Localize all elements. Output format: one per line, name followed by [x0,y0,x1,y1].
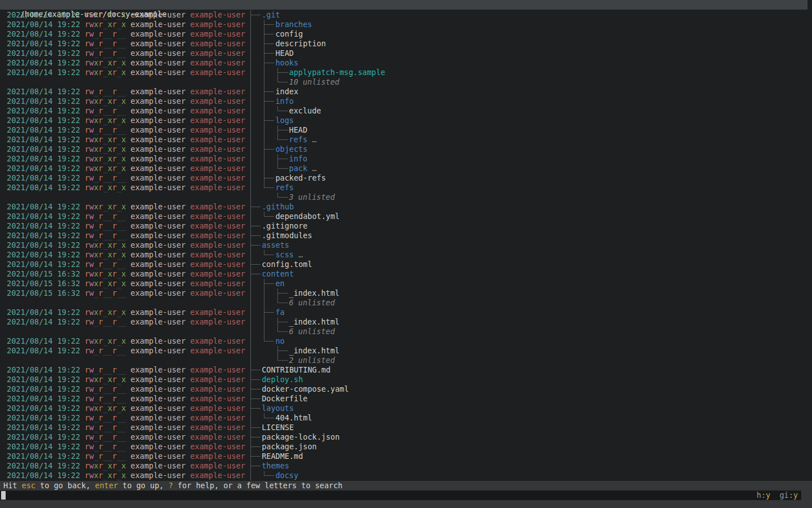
tree-row[interactable]: 2021/08/14 19:22 rwxr_xr_x example-user … [0,375,812,384]
dir-name[interactable]: scss [275,250,294,259]
tree-row[interactable]: 2021/08/14 19:22 rwxr_xr_x example-user … [0,308,812,317]
tree-guide [262,356,275,365]
tree-row[interactable]: 2021/08/14 19:22 rw_r__r__ example-user … [0,29,812,39]
file-name[interactable]: package.json [262,442,317,451]
unlisted-count[interactable]: 6 unlisted [289,327,335,336]
file-name[interactable]: .gitmodules [262,231,312,240]
tree-row[interactable]: 2021/08/14 19:22 rwxr_xr_x example-user … [0,404,812,413]
tree-row[interactable]: 2021/08/14 19:22 rwxr_xr_x example-user … [0,336,812,346]
dir-name[interactable]: refs [289,135,308,144]
file-name[interactable]: docker-compose.yaml [262,384,348,393]
tree-row[interactable]: 2021/08/14 19:22 rw_r__r__ example-user … [0,231,812,240]
dir-name[interactable]: layouts [262,404,294,413]
dir-name[interactable]: en [275,279,284,288]
file-name[interactable]: CONTRIBUTING.md [262,365,330,374]
dir-name[interactable]: refs [275,183,294,192]
tree-row[interactable]: 2021/08/14 19:22 rw_r__r__ example-user … [0,423,812,432]
dir-name[interactable]: logs [275,116,294,125]
file-name[interactable]: config [275,29,303,38]
file-name[interactable]: README.md [262,452,303,461]
file-name[interactable]: config.toml [262,260,312,269]
file-name[interactable]: description [275,39,325,48]
dir-name[interactable]: docsy [275,471,298,480]
file-name[interactable]: HEAD [275,49,294,58]
tree-row[interactable]: 2021/08/14 19:22 rw_r__r__ example-user … [0,125,812,135]
file-name[interactable]: index [275,87,298,96]
tree-row[interactable]: 2021/08/15 16:32 rwxr_xr_x example-user … [0,269,812,279]
tree-row[interactable]: 2021/08/14 19:22 rwxr_xr_x example-user … [0,240,812,250]
dir-name[interactable]: .github [262,202,294,211]
dir-name[interactable]: fa [275,308,284,317]
tree-row[interactable]: 2021/08/14 19:22 rw_r__r__ example-user … [0,221,812,231]
tree-row[interactable]: 2021/08/14 19:22 rwxr_xr_x example-user … [0,135,812,144]
tree-row[interactable]: 2021/08/14 19:22 rw_r__r__ example-user … [0,260,812,269]
tree-row[interactable]: 2021/08/14 19:22 rwxr_xr_x example-user … [0,164,812,173]
tree-row[interactable]: 2021/08/14 19:22 rw_r__r__ example-user … [0,87,812,97]
file-name[interactable]: LICENSE [262,423,294,432]
tree-row[interactable]: 2021/08/14 19:22 rw_r__r__ example-user … [0,317,812,327]
tree-row[interactable]: 2 unlisted [0,356,812,365]
file-name[interactable]: Dockerfile [262,394,307,403]
file-name[interactable]: HEAD [289,125,308,134]
dir-name[interactable]: branches [275,20,312,29]
dir-name[interactable]: hooks [275,58,298,67]
file-name[interactable]: _index.html [289,288,339,297]
file-name[interactable]: .gitignore [262,221,307,230]
tree-row[interactable]: 2021/08/14 19:22 rwxr_xr_x example-user … [0,461,812,471]
file-name[interactable]: dependabot.yml [275,212,339,221]
tree-row[interactable]: 2021/08/14 19:22 rw_r__r__ example-user … [0,452,812,461]
tree-row[interactable]: 2021/08/14 19:22 rw_r__r__ example-user … [0,173,812,183]
tree-row[interactable]: 2021/08/14 19:22 rwxr_xr_x example-user … [0,10,812,20]
tree-row[interactable]: 2021/08/14 19:22 rw_r__r__ example-user … [0,442,812,452]
tree-row[interactable]: 3 unlisted [0,192,812,202]
file-name[interactable]: package-lock.json [262,432,339,441]
tree-row[interactable]: 2021/08/15 16:32 rw_r__r__ example-user … [0,288,812,298]
tree-row[interactable]: 2021/08/14 19:22 rwxr_xr_x example-user … [0,471,812,480]
tree-row[interactable]: 2021/08/14 19:22 rw_r__r__ example-user … [0,212,812,221]
tree-row[interactable]: 2021/08/14 19:22 rw_r__r__ example-user … [0,384,812,394]
tree-row[interactable]: 2021/08/14 19:22 rw_r__r__ example-user … [0,39,812,49]
dir-name[interactable]: content [262,269,294,278]
file-name[interactable]: _index.html [289,346,339,355]
dir-name[interactable]: themes [262,461,289,470]
tree-row[interactable]: 2021/08/14 19:22 rwxr_xr_x example-user … [0,97,812,106]
unlisted-count[interactable]: 6 unlisted [289,298,335,307]
tree-row[interactable]: 2021/08/14 19:22 rwxr_xr_x example-user … [0,144,812,154]
tree-row[interactable]: 2021/08/14 19:22 rwxr_xr_x example-user … [0,154,812,164]
file-name[interactable]: exclude [289,106,321,115]
tree-row[interactable]: 2021/08/14 19:22 rw_r__r__ example-user … [0,394,812,404]
tree-row[interactable]: 2021/08/14 19:22 rwxr_xr_x example-user … [0,20,812,29]
search-input-line[interactable]: h:y gi:y [0,491,801,500]
dir-name[interactable]: info [289,154,308,163]
tree-row[interactable]: 2021/08/14 19:22 rwxr_xr_x example-user … [0,58,812,68]
tree-row[interactable]: 2021/08/14 19:22 rwxr_xr_x example-user … [0,250,812,260]
tree-row[interactable]: 2021/08/14 19:22 rw_r__r__ example-user … [0,365,812,375]
tree-row[interactable]: 2021/08/14 19:22 rw_r__r__ example-user … [0,413,812,423]
tree-row[interactable]: 2021/08/14 19:22 rw_r__r__ example-user … [0,346,812,356]
tree-row[interactable]: 2021/08/14 19:22 rw_r__r__ example-user … [0,432,812,442]
file-name[interactable]: deploy.sh [262,375,303,384]
tree-row[interactable]: 2021/08/14 19:22 rw_r__r__ example-user … [0,49,812,58]
dir-name[interactable]: .git [262,10,280,19]
unlisted-count[interactable]: 10 unlisted [289,77,339,86]
tree-row[interactable]: 2021/08/15 16:32 rwxr_xr_x example-user … [0,279,812,288]
file-name[interactable]: _index.html [289,317,339,326]
file-name[interactable]: 404.html [275,413,312,422]
unlisted-count[interactable]: 3 unlisted [289,192,335,202]
tree-row[interactable]: 10 unlisted [0,77,812,87]
tree-row[interactable]: 2021/08/14 19:22 rwxr_xr_x example-user … [0,116,812,125]
tree-row[interactable]: 2021/08/14 19:22 rwxr_xr_x example-user … [0,68,812,77]
dir-name[interactable]: pack [289,164,308,173]
dir-name[interactable]: info [275,97,294,106]
file-name[interactable]: applypatch-msg.sample [289,68,386,77]
tree-row[interactable]: 2021/08/14 19:22 rwxr_xr_x example-user … [0,202,812,212]
dir-name[interactable]: no [275,336,284,345]
tree-row[interactable]: 2021/08/14 19:22 rwxr_xr_x example-user … [0,183,812,192]
tree-row[interactable]: 6 unlisted [0,298,812,308]
dir-name[interactable]: assets [262,240,289,249]
dir-name[interactable]: objects [275,144,307,154]
file-name[interactable]: packed-refs [275,173,325,182]
unlisted-count[interactable]: 2 unlisted [289,356,335,365]
tree-row[interactable]: 6 unlisted [0,327,812,336]
tree-row[interactable]: 2021/08/14 19:22 rw_r__r__ example-user … [0,106,812,116]
